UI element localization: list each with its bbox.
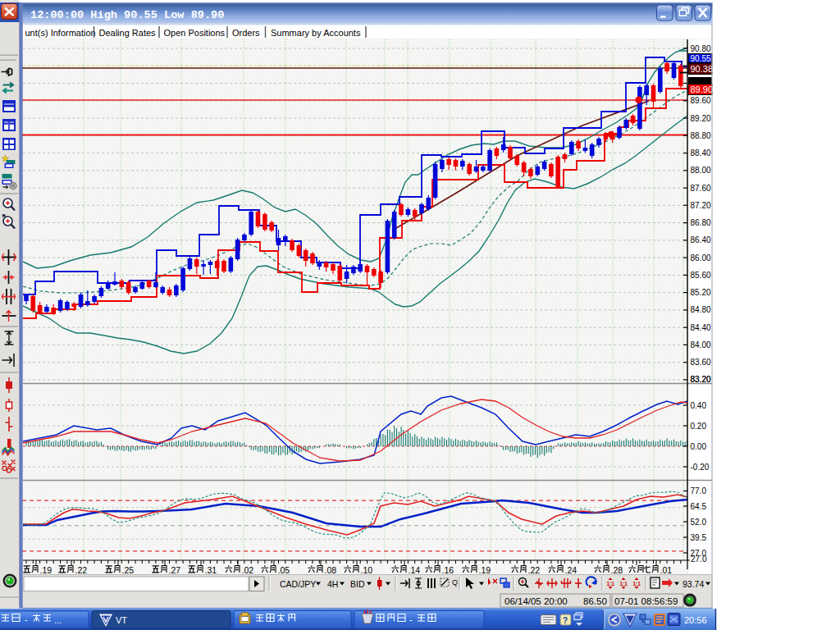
svg-text:0.40: 0.40 [691,401,707,410]
svg-text:90.55: 90.55 [691,54,711,63]
svg-text:93.74: 93.74 [682,579,704,589]
svg-text:.05: .05 [278,565,290,575]
svg-text:84.00: 84.00 [691,340,711,349]
svg-text:39.5: 39.5 [691,533,707,542]
svg-text:BID: BID [350,579,365,589]
svg-text:unt(s) Information: unt(s) Information [25,28,96,38]
svg-text:.22: .22 [75,565,88,575]
svg-text:CAD/JPY: CAD/JPY [280,579,316,589]
svg-text:20:56: 20:56 [684,615,707,625]
svg-text:85.20: 85.20 [691,288,711,297]
svg-text:.22: .22 [528,565,541,575]
svg-text:1:1: 1:1 [620,581,628,587]
svg-text:.14: .14 [409,565,421,575]
svg-text:0.00: 0.00 [691,442,707,451]
svg-text:88.00: 88.00 [691,166,711,175]
svg-text:06/14/05 20:00: 06/14/05 20:00 [504,596,568,606]
svg-text:Open Positions: Open Positions [164,28,226,38]
svg-text:Orders: Orders [232,28,260,38]
svg-text:27.0: 27.0 [691,555,707,564]
svg-text:.01: .01 [660,565,673,575]
svg-text:-0.20: -0.20 [691,463,710,472]
svg-text:90.80: 90.80 [691,44,711,53]
svg-text:64.5: 64.5 [691,502,707,511]
svg-text:90.38: 90.38 [691,64,714,74]
svg-text:-: - [409,614,413,624]
svg-text:88.80: 88.80 [691,131,711,140]
svg-text:1:1: 1:1 [607,581,615,587]
svg-text:86.80: 86.80 [691,218,711,227]
svg-text:87.60: 87.60 [691,184,711,193]
svg-text:12:00:00 High 90.55 Low 89.90: 12:00:00 High 90.55 Low 89.90 [30,9,224,21]
svg-text:84.40: 84.40 [691,323,711,332]
svg-text:Q: Q [452,578,458,587]
svg-text:89.90: 89.90 [691,84,714,94]
svg-text:.19: .19 [479,565,491,575]
svg-text:89.60: 89.60 [691,96,711,105]
svg-text:.25: .25 [122,565,135,575]
svg-text:52.0: 52.0 [691,518,707,527]
svg-text:86.00: 86.00 [691,253,711,262]
svg-text:.10: .10 [361,565,373,575]
svg-text:84.80: 84.80 [691,305,711,314]
svg-text:83.20: 83.20 [691,375,711,384]
svg-text:.27: .27 [169,565,181,575]
svg-text:.08: .08 [325,565,337,575]
svg-text:86.40: 86.40 [691,235,711,244]
svg-text:?: ? [563,616,568,625]
svg-text:.02: .02 [242,565,254,575]
svg-text:4H: 4H [327,579,338,589]
svg-text:83.60: 83.60 [691,358,711,367]
svg-text:77.0: 77.0 [691,486,707,495]
svg-text:...: ... [54,615,62,625]
svg-text:-: - [25,614,28,624]
svg-text:.28: .28 [611,565,623,575]
svg-text:0.20: 0.20 [691,422,707,431]
svg-text:Summary by Accounts: Summary by Accounts [271,28,361,38]
svg-text:88.40: 88.40 [691,148,711,158]
svg-text:.16: .16 [442,565,454,575]
svg-text:Dealing Rates: Dealing Rates [99,28,157,38]
svg-text:85.60: 85.60 [691,271,711,280]
svg-text:.31: .31 [205,565,217,575]
svg-text:.19: .19 [40,565,52,575]
svg-text:.24: .24 [565,565,578,575]
svg-text:87.20: 87.20 [691,201,711,210]
svg-text:07-01 08:56:59: 07-01 08:56:59 [614,596,678,606]
svg-text:86.50: 86.50 [583,596,607,606]
svg-text:89.20: 89.20 [691,114,711,123]
svg-text:1:1: 1:1 [633,581,641,587]
svg-text:VT: VT [116,615,127,625]
